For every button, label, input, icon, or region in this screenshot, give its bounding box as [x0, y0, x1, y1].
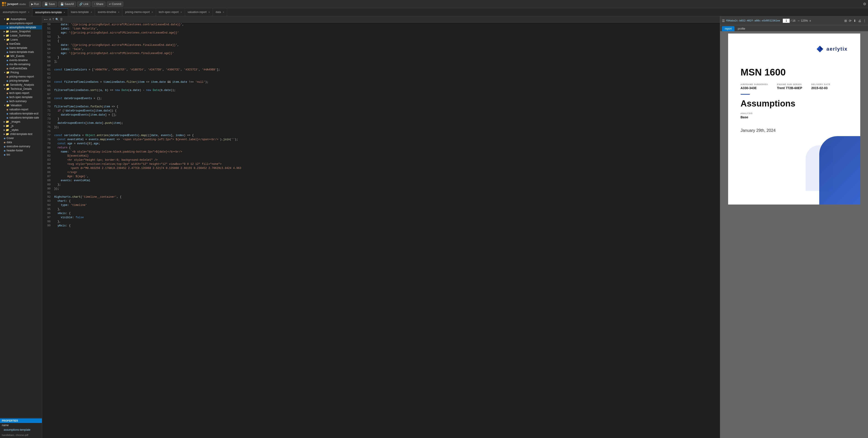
commit-button[interactable]: ↩ Commit: [107, 2, 123, 7]
sidebar-item-loans-template-trials[interactable]: ◉ loans-template-trials: [0, 50, 42, 54]
pdf-label-delivery: DELIVERY DATE: [811, 83, 830, 86]
sidebar-item-events-timeline[interactable]: ◉ events-timeline: [0, 58, 42, 62]
settings-icon[interactable]: ⚙: [863, 2, 866, 6]
sidebar-item-toc[interactable]: ◉ toc: [0, 152, 42, 157]
sidebar-item-executive-summary[interactable]: ◉ executive-summary: [0, 144, 42, 148]
tab-report[interactable]: report: [722, 26, 735, 31]
tab-valuation-report[interactable]: valuation-report ×: [185, 8, 213, 16]
menu-icon[interactable]: ☰: [60, 18, 63, 21]
save-all-button[interactable]: 💾 SaveAll: [58, 2, 76, 7]
sidebar-item-tech-summary[interactable]: ◉ tech-summary: [0, 99, 42, 103]
sidebar-item-tech-spec-template[interactable]: ◉ tech-spec-template: [0, 95, 42, 99]
format-A-icon[interactable]: A: [49, 18, 51, 21]
code-line-92: Highcharts.chart('timeline__container', …: [54, 195, 718, 199]
sidebar-item-cover[interactable]: ◉ Cover: [0, 136, 42, 140]
tab-tech-spec-report[interactable]: tech-spec-report ×: [156, 8, 185, 16]
tab-profile[interactable]: profile: [735, 26, 748, 31]
code-line-62: [54, 72, 718, 76]
sidebar-item-valuations-template-sale[interactable]: ◉ valuations-template-sale: [0, 116, 42, 120]
sidebar-folder-lease-snapshot[interactable]: ▶ 📁 Lease_Snapshot: [0, 29, 42, 33]
share-button[interactable]: ↑ Share: [92, 2, 105, 7]
sidebar-item-assumptions-report[interactable]: ◉ assumptions-report: [0, 21, 42, 25]
format-T-icon[interactable]: T: [53, 18, 54, 21]
sidebar-item-data[interactable]: ◉ data: [0, 140, 42, 144]
tab-close-events-timeline[interactable]: ×: [118, 11, 119, 13]
preview-zoom-plus[interactable]: +: [809, 19, 811, 23]
file-label-mx-life-remaining: mx-life-remaining: [9, 63, 30, 66]
sidebar-folder-pricing[interactable]: ▼ 📁 Pricing: [0, 70, 42, 75]
folder-icon-valuation: 📁: [6, 104, 9, 107]
code-line-85: <path d="M0.883256 2.1708L0.230452 2.477…: [54, 166, 718, 170]
preview-download-icon[interactable]: ⬇: [854, 19, 856, 23]
tab-loans-template[interactable]: loans-template ×: [68, 8, 95, 16]
sidebar-folder-mx-events[interactable]: ▼ 📁 MX_Events: [0, 54, 42, 58]
save-button[interactable]: 💾 Save: [42, 2, 57, 7]
tab-pricing-memo-report[interactable]: pricing-memo-report ×: [122, 8, 156, 16]
sidebar-item-loans-template[interactable]: ◉ loans-template: [0, 46, 42, 50]
code-content[interactable]: date: '{{pricing.pricingOutput.aircraftM…: [53, 23, 720, 438]
preview-more-icon[interactable]: ⋮: [863, 19, 866, 23]
sidebar-item-pricing-template[interactable]: ◉ pricing-template: [0, 79, 42, 83]
tab-close-valuation-report[interactable]: ×: [209, 11, 210, 13]
tab-close-tech-spec-report[interactable]: ×: [180, 11, 182, 13]
main-toolbar: jsreport studio ▶ Run 💾 Save 💾 SaveAll 🔗…: [0, 0, 868, 8]
preview-fit-icon[interactable]: ⊞: [844, 19, 847, 23]
sidebar: ▼ 📁 Assumptions ◉ assumptions-report ◉ a…: [0, 16, 42, 438]
code-line-73: }: [54, 117, 718, 121]
preview-zoom-minus[interactable]: −: [797, 19, 800, 23]
code-line-61: const timelineColors = ['#00A7FA', '#0C9…: [54, 68, 718, 72]
run-button[interactable]: ▶ Run: [29, 2, 41, 7]
tab-close-pricing-memo-report[interactable]: ×: [152, 11, 153, 13]
sidebar-folder-images[interactable]: ▶ 📁 _images: [0, 120, 42, 124]
pdf-meta-airframe: AIRFRAME SUBSERIES A330-343E: [741, 83, 768, 90]
code-line-52: age: '{{pricing.pricingOutput.aircraftMi…: [54, 31, 718, 35]
sidebar-item-loandata[interactable]: ◉ loanData: [0, 42, 42, 46]
sidebar-folder-technical[interactable]: ▼ 📁 Technical_Details: [0, 87, 42, 91]
logo-icon: [2, 2, 6, 6]
sidebar-item-assumptions-template[interactable]: ◉ assumptions-template: [0, 25, 42, 29]
folder-icon-loans: 📁: [6, 38, 9, 41]
sidebar-item-valuation-report[interactable]: ◉ valuation-report: [0, 107, 42, 112]
preview-toolbar-left: ☰ f84aba2c-b652-402f-a08c-e5d9512361ee /…: [722, 19, 811, 23]
tab-close-assumptions-template[interactable]: ×: [64, 11, 65, 14]
preview-print-icon[interactable]: 🖨: [858, 19, 861, 23]
tab-close-assumptions-report[interactable]: ×: [28, 11, 29, 13]
code-editor[interactable]: 50 51 52 53 54 55 56 57 58 59 60 61 62 6…: [42, 23, 720, 438]
back-icon[interactable]: ⟵: [44, 18, 48, 21]
folder-label-valuation: Valuation: [10, 104, 22, 107]
sidebar-folder-child-template[interactable]: ▶ 📁 child-template-test: [0, 132, 42, 136]
sidebar-folder-valuation[interactable]: ▼ 📁 Valuation: [0, 103, 42, 107]
sidebar-item-header-footer[interactable]: ◉ header-footer: [0, 148, 42, 152]
sidebar-item-mxeventsdata[interactable]: ◉ mxEventsData: [0, 66, 42, 70]
sidebar-folder-loans[interactable]: ▼ 📁 Loans: [0, 38, 42, 42]
sidebar-folder-assumptions[interactable]: ▼ 📁 Assumptions: [0, 17, 42, 21]
folder-arrow-assumptions: ▼: [4, 18, 6, 20]
code-line-78: const eventsHtml = events.map(event => `…: [54, 138, 718, 142]
preview-menu-icon[interactable]: ☰: [722, 19, 725, 23]
file-label-data: data: [7, 141, 12, 144]
tab-data[interactable]: data ×: [213, 8, 227, 16]
preview-page-input[interactable]: [783, 19, 789, 23]
sidebar-folder-lease-summary[interactable]: ▶ 📁 Lease_Summary: [0, 33, 42, 38]
tab-assumptions-report[interactable]: assumptions-report ×: [0, 8, 32, 16]
preview-rotate-icon[interactable]: ⟳: [849, 19, 851, 23]
tab-close-loans-template[interactable]: ×: [91, 11, 92, 13]
prop-engine-label: handlebars, chrome-pdf: [0, 433, 42, 437]
code-line-79: const age = events[0].age;: [54, 142, 718, 146]
sidebar-item-tech-spec-report[interactable]: ◉ tech-spec-report: [0, 91, 42, 95]
sidebar-item-mx-life-remaining[interactable]: ◉ mx-life-remaining: [0, 62, 42, 66]
tab-assumptions-template[interactable]: assumptions-template ×: [32, 8, 68, 16]
sidebar-item-pricing-memo-report[interactable]: ◉ pricing-memo-report: [0, 75, 42, 79]
search-icon[interactable]: 🔍: [55, 18, 59, 21]
pdf-blue-line: [741, 94, 750, 95]
sidebar-item-valuations-template-ecd[interactable]: ◉ valuations-template-ecd: [0, 112, 42, 116]
tab-close-data[interactable]: ×: [223, 11, 224, 13]
sidebar-folder-js[interactable]: ▶ 📁 _js: [0, 124, 42, 128]
sidebar-folder-sensitivity[interactable]: ▶ 📁 Sensitivity_Analysis: [0, 83, 42, 87]
folder-label-assumptions: Assumptions: [10, 18, 26, 21]
code-line-59: ];: [54, 59, 718, 64]
sidebar-folder-styles[interactable]: ▶ 📁 _styles: [0, 128, 42, 132]
code-line-66: filteredTimelineDates.sort((a, b) => new…: [54, 88, 718, 92]
link-button[interactable]: 🔗 Link: [77, 2, 90, 7]
tab-events-timeline[interactable]: events-timeline ×: [95, 8, 122, 16]
